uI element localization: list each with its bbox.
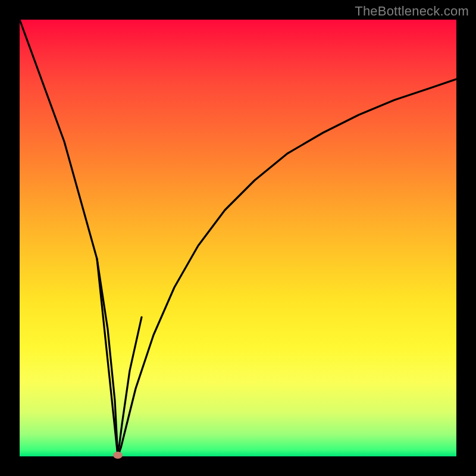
plot-area	[20, 20, 456, 456]
bottleneck-curve	[20, 20, 456, 456]
chart-frame: TheBottleneck.com	[0, 0, 476, 476]
curve-tip	[97, 259, 142, 456]
optimal-point-marker	[113, 452, 123, 459]
watermark-text: TheBottleneck.com	[355, 4, 469, 19]
curve-path	[20, 20, 456, 456]
